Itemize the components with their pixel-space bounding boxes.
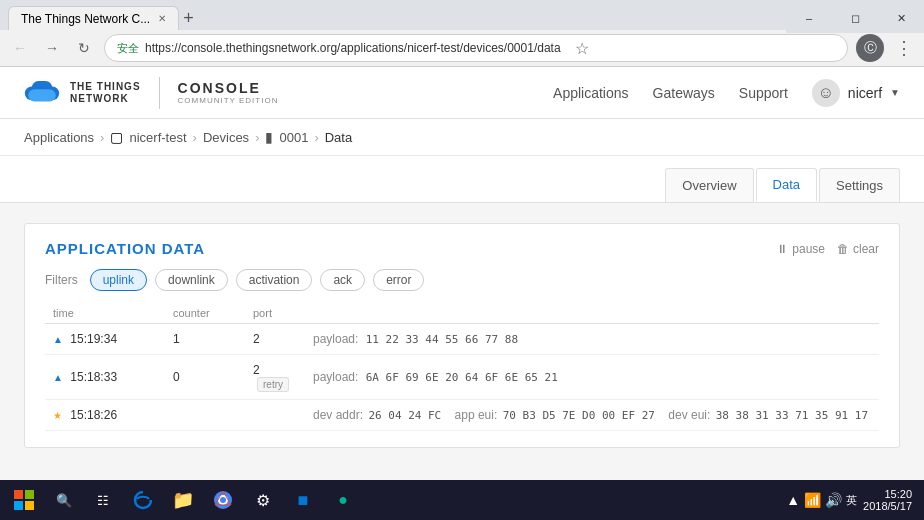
url-box[interactable]: 安全 https://console.thethingsnetwork.org/…	[104, 34, 848, 62]
app-eui-value: 70 B3 D5 7E D0 00 EF 27	[503, 409, 655, 422]
browser-chrome: The Things Network C... ✕ + – ◻ ✕ ← → ↻ …	[0, 0, 924, 67]
time-value-2: 15:18:33	[70, 370, 117, 384]
app-data-card: APPLICATION DATA ⏸ pause 🗑 clear Filters…	[24, 223, 900, 448]
header-nav: Applications Gateways Support ☺ nicerf ▼	[553, 79, 900, 107]
forward-btn[interactable]: →	[40, 36, 64, 60]
svg-rect-4	[25, 490, 34, 499]
time-display: 15:20	[863, 488, 912, 500]
filter-activation[interactable]: activation	[236, 269, 313, 291]
pause-label: pause	[792, 242, 825, 256]
svg-rect-2	[28, 89, 55, 101]
card-title: APPLICATION DATA	[45, 240, 205, 257]
taskbar-task-view[interactable]: ☷	[84, 481, 122, 519]
row-counter-3	[165, 400, 245, 431]
nav-applications[interactable]: Applications	[553, 85, 629, 101]
taskbar-app-5[interactable]: ■	[284, 481, 322, 519]
wifi-icon: 📶	[804, 492, 821, 508]
dev-eui-label: dev eui:	[668, 408, 710, 422]
breadcrumb-sep-1: ›	[100, 130, 104, 145]
tab-overview[interactable]: Overview	[665, 168, 753, 202]
row-counter: 1	[165, 324, 245, 355]
row-port-2: 2 retry	[245, 355, 305, 400]
taskbar-explorer[interactable]: 📁	[164, 481, 202, 519]
nav-gateways[interactable]: Gateways	[653, 85, 715, 101]
filters-row: Filters uplink downlink activation ack e…	[45, 269, 879, 291]
tab-close-btn[interactable]: ✕	[158, 13, 166, 24]
minimize-btn[interactable]: –	[786, 3, 832, 33]
taskbar-settings[interactable]: ⚙	[244, 481, 282, 519]
dev-addr-label: dev addr:	[313, 408, 363, 422]
clear-btn[interactable]: 🗑 clear	[837, 242, 879, 256]
breadcrumb-device-icon: ▮	[265, 129, 273, 145]
tab-data[interactable]: Data	[756, 168, 817, 202]
breadcrumb-current: Data	[325, 130, 352, 145]
table-row[interactable]: 15:18:33 0 2 retry payload: 6A 6F 69 6E …	[45, 355, 879, 400]
row-star-icon	[53, 408, 63, 418]
maximize-btn[interactable]: ◻	[832, 3, 878, 33]
breadcrumb-devices[interactable]: Devices	[203, 130, 249, 145]
col-time: time	[45, 303, 165, 324]
refresh-btn[interactable]: ↻	[72, 36, 96, 60]
col-payload	[305, 303, 879, 324]
row-payload: payload: 11 22 33 44 55 66 77 88	[305, 324, 879, 355]
logo-console-area: CONSOLE COMMUNITY EDITION	[178, 80, 279, 105]
breadcrumb-sep-3: ›	[255, 130, 259, 145]
user-area[interactable]: ☺ nicerf ▼	[812, 79, 900, 107]
filter-ack[interactable]: ack	[320, 269, 365, 291]
table-row[interactable]: 15:18:26 dev addr: 26 04 24 FC app eui: …	[45, 400, 879, 431]
data-table: time counter port 15:19:34 1 2 payload	[45, 303, 879, 431]
row-port-3	[245, 400, 305, 431]
card-actions: ⏸ pause 🗑 clear	[776, 242, 879, 256]
date-display: 2018/5/17	[863, 500, 912, 512]
breadcrumb-applications[interactable]: Applications	[24, 130, 94, 145]
taskbar-edge[interactable]	[124, 481, 162, 519]
filter-error[interactable]: error	[373, 269, 424, 291]
row-time-3: 15:18:26	[45, 400, 165, 431]
row-up-icon-2	[53, 370, 63, 380]
breadcrumb-device-id[interactable]: 0001	[279, 130, 308, 145]
page-tabs: Overview Data Settings	[0, 156, 924, 203]
window-controls: – ◻ ✕	[786, 3, 924, 33]
breadcrumb: Applications › ▢ nicerf-test › Devices ›…	[0, 119, 924, 156]
bookmark-btn[interactable]: ☆	[575, 39, 589, 58]
filter-downlink[interactable]: downlink	[155, 269, 228, 291]
start-btn[interactable]	[4, 481, 44, 519]
app-header: THE THINGSNETWORK CONSOLE COMMUNITY EDIT…	[0, 67, 924, 119]
table-row[interactable]: 15:19:34 1 2 payload: 11 22 33 44 55 66 …	[45, 324, 879, 355]
close-btn[interactable]: ✕	[878, 3, 924, 33]
card-header: APPLICATION DATA ⏸ pause 🗑 clear	[45, 240, 879, 257]
browser-tab[interactable]: The Things Network C... ✕	[8, 6, 179, 30]
payload-label-1: payload:	[313, 332, 358, 346]
taskbar-chrome[interactable]	[204, 481, 242, 519]
breadcrumb-nicerf[interactable]: nicerf-test	[129, 130, 186, 145]
time-value-3: 15:18:26	[70, 408, 117, 422]
tab-bar: The Things Network C... ✕ + – ◻ ✕	[0, 0, 924, 30]
url-text: https://console.thethingsnetwork.org/app…	[145, 41, 561, 55]
time-value: 15:19:34	[70, 332, 117, 346]
row-port: 2	[245, 324, 305, 355]
profile-btn[interactable]: Ⓒ	[856, 34, 884, 62]
logo-cloud-icon	[24, 81, 60, 105]
tab-title: The Things Network C...	[21, 12, 150, 26]
payload-value-2: 6A 6F 69 6E 20 64 6F 6E 65 21	[366, 371, 558, 384]
lang-label: 英	[846, 493, 857, 508]
taskbar-app-6[interactable]: ●	[324, 481, 362, 519]
tab-settings[interactable]: Settings	[819, 168, 900, 202]
dev-addr-value: 26 04 24 FC	[368, 409, 441, 422]
row-time: 15:18:33	[45, 355, 165, 400]
new-tab-btn[interactable]: +	[183, 8, 194, 29]
menu-btn[interactable]: ⋮	[892, 36, 916, 60]
taskbar-search-btn[interactable]: 🔍	[46, 481, 82, 519]
pause-btn[interactable]: ⏸ pause	[776, 242, 825, 256]
chevron-down-icon: ▼	[890, 87, 900, 98]
dev-eui-value: 38 38 31 33 71 35 91 17	[716, 409, 868, 422]
row-time: 15:19:34	[45, 324, 165, 355]
back-btn[interactable]: ←	[8, 36, 32, 60]
breadcrumb-sep-2: ›	[193, 130, 197, 145]
row-up-icon	[53, 332, 63, 342]
trash-icon: 🗑	[837, 242, 849, 256]
filter-uplink[interactable]: uplink	[90, 269, 147, 291]
breadcrumb-sep-4: ›	[314, 130, 318, 145]
nav-support[interactable]: Support	[739, 85, 788, 101]
row-counter-2: 0	[165, 355, 245, 400]
